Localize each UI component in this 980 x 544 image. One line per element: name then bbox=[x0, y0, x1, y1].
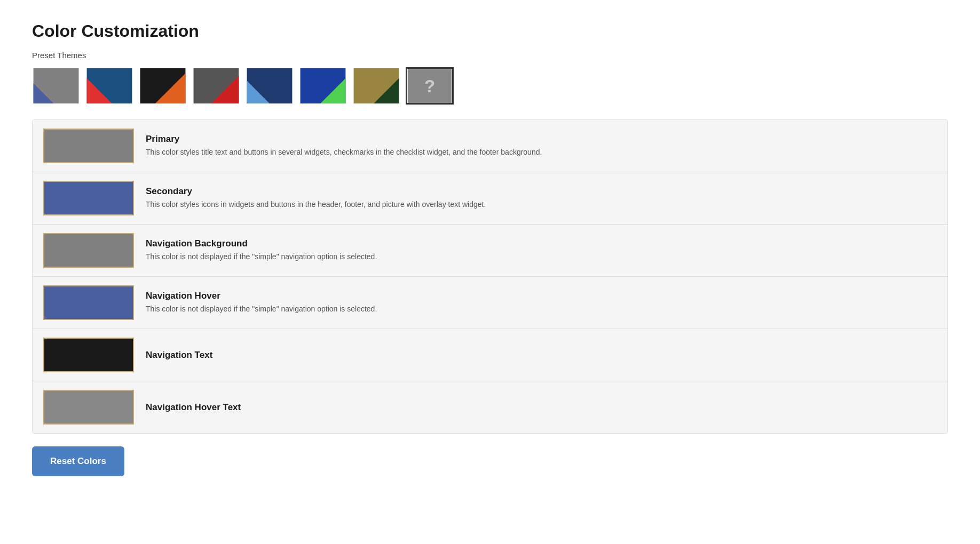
theme-swatch-7[interactable] bbox=[352, 67, 400, 105]
nav-hover-color-name: Navigation Hover bbox=[146, 291, 377, 301]
primary-color-desc: This color styles title text and buttons… bbox=[146, 147, 542, 158]
primary-color-info: Primary This color styles title text and… bbox=[146, 134, 542, 158]
svg-text:?: ? bbox=[424, 76, 435, 96]
nav-hover-color-swatch[interactable] bbox=[43, 285, 134, 320]
theme-swatch-4[interactable] bbox=[192, 67, 240, 105]
color-row-nav-text: Navigation Text bbox=[33, 329, 947, 381]
secondary-color-info: Secondary This color styles icons in wid… bbox=[146, 186, 486, 210]
secondary-color-desc: This color styles icons in widgets and b… bbox=[146, 199, 486, 210]
nav-hover-color-info: Navigation Hover This color is not displ… bbox=[146, 291, 377, 315]
color-rows-container: Primary This color styles title text and… bbox=[32, 119, 948, 434]
nav-background-color-desc: This color is not displayed if the "simp… bbox=[146, 252, 377, 262]
page-title: Color Customization bbox=[32, 21, 948, 41]
nav-text-color-name: Navigation Text bbox=[146, 350, 212, 361]
nav-hover-text-color-info: Navigation Hover Text bbox=[146, 402, 241, 413]
nav-background-color-info: Navigation Background This color is not … bbox=[146, 238, 377, 262]
preset-themes-label: Preset Themes bbox=[32, 51, 948, 60]
color-row-nav-hover: Navigation Hover This color is not displ… bbox=[33, 277, 947, 329]
nav-hover-text-color-swatch[interactable] bbox=[43, 390, 134, 425]
theme-swatch-6[interactable] bbox=[299, 67, 347, 105]
secondary-color-swatch[interactable] bbox=[43, 181, 134, 215]
color-row-primary: Primary This color styles title text and… bbox=[33, 120, 947, 172]
nav-background-color-swatch[interactable] bbox=[43, 233, 134, 268]
theme-swatch-1[interactable] bbox=[32, 67, 80, 105]
secondary-color-name: Secondary bbox=[146, 186, 486, 197]
theme-swatch-3[interactable] bbox=[139, 67, 187, 105]
theme-swatch-2[interactable] bbox=[85, 67, 133, 105]
primary-color-swatch[interactable] bbox=[43, 129, 134, 163]
nav-hover-color-desc: This color is not displayed if the "simp… bbox=[146, 304, 377, 315]
theme-swatch-8[interactable]: ? bbox=[406, 67, 454, 105]
theme-swatches-container: ? bbox=[32, 67, 948, 105]
theme-swatch-5[interactable] bbox=[246, 67, 294, 105]
nav-text-color-swatch[interactable] bbox=[43, 338, 134, 372]
nav-background-color-name: Navigation Background bbox=[146, 238, 377, 249]
color-row-nav-hover-text: Navigation Hover Text bbox=[33, 381, 947, 433]
color-row-secondary: Secondary This color styles icons in wid… bbox=[33, 172, 947, 225]
nav-text-color-info: Navigation Text bbox=[146, 350, 212, 361]
color-row-nav-background: Navigation Background This color is not … bbox=[33, 225, 947, 277]
reset-colors-button[interactable]: Reset Colors bbox=[32, 446, 124, 476]
nav-hover-text-color-name: Navigation Hover Text bbox=[146, 402, 241, 413]
primary-color-name: Primary bbox=[146, 134, 542, 145]
